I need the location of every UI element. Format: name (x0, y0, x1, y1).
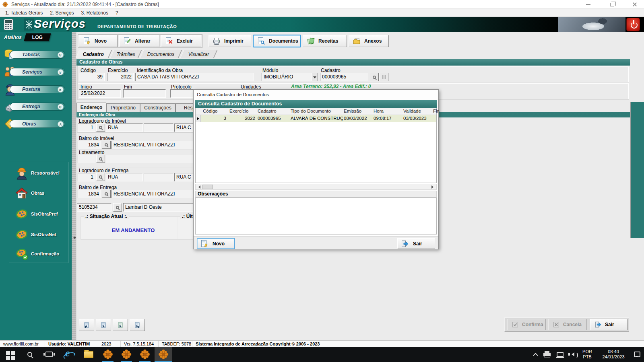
explorer-button[interactable] (80, 347, 97, 362)
sair-button[interactable]: Sair (590, 319, 628, 330)
sidebar-tab-atalhos[interactable]: Atalhos (4, 35, 22, 40)
scroll-left-icon[interactable] (196, 184, 202, 189)
sidebar-item-confirmacao[interactable]: Confirmação (31, 251, 59, 256)
municipio-codigo-field[interactable]: 5105234 (77, 203, 111, 212)
taskbar-search-button[interactable] (21, 347, 39, 362)
subtab-construcoes[interactable]: Construções (140, 103, 175, 112)
splitter-arrows-icon[interactable] (72, 236, 76, 240)
scroll-right-icon[interactable] (430, 184, 436, 189)
receitas-button[interactable]: Receitas (303, 35, 347, 47)
identificacao-field[interactable]: CASA DA TAIS VITTORAZZI (135, 73, 254, 81)
chevron-down-icon[interactable] (58, 104, 64, 110)
fiorilli-app-2-button[interactable] (118, 347, 135, 362)
tray-network[interactable] (554, 347, 566, 362)
subtab-endereco[interactable]: Endereço (76, 103, 106, 112)
sidebar-tab-log[interactable]: LOG (24, 33, 51, 41)
documents-grid[interactable]: Código Exercício Cadastro Tipo do Docume… (195, 108, 437, 183)
record-first-button[interactable] (79, 319, 94, 331)
col-codigo[interactable]: Código (203, 109, 217, 113)
municipio-nome-field[interactable]: Lambari D Oeste (123, 203, 194, 212)
sidebar-item-responsavel[interactable]: Responsável (31, 171, 60, 175)
fim-field[interactable] (123, 89, 166, 98)
col-fin[interactable]: Fin (433, 109, 440, 113)
dialog-sair-button[interactable]: Sair (397, 238, 435, 249)
loteamento-search-button[interactable] (96, 155, 105, 163)
menu-tabelas-gerais[interactable]: 1. Tabelas Gerais (2, 9, 46, 16)
record-next-button[interactable] (113, 319, 128, 331)
sidebar-item-entrega[interactable]: Entrega (10, 103, 65, 111)
tab-documentos[interactable]: Documentos (140, 50, 182, 58)
record-prev-button[interactable] (96, 319, 111, 331)
fiorilli-app-3-button[interactable] (136, 347, 154, 362)
cadastro-goto-button[interactable] (380, 73, 388, 81)
scrollbar-thumb[interactable] (202, 185, 213, 189)
logradouro-entrega-titulo-field[interactable] (144, 173, 173, 181)
dialog-titlebar[interactable]: Consulta Cadastro de Documentos (194, 90, 438, 99)
col-tipo[interactable]: Tipo do Documento (291, 109, 331, 113)
col-emissao[interactable]: Emissão (344, 109, 361, 113)
tray-expand-button[interactable] (530, 347, 541, 362)
subtab-proprietario[interactable]: Proprietário (106, 103, 140, 112)
notification-center-button[interactable] (631, 347, 643, 362)
chevron-up-icon[interactable] (58, 121, 64, 127)
menu-servicos[interactable]: 2. Serviços (46, 9, 77, 16)
bairro-entrega-codigo-field[interactable]: 1834 (78, 190, 101, 198)
cadastro-field[interactable]: 000003965 (320, 73, 368, 81)
clock[interactable]: 08:4024/01/2023 (597, 347, 630, 362)
novo-button[interactable]: Novo (79, 35, 118, 47)
grid-hscrollbar[interactable] (195, 184, 437, 190)
observacoes-textarea[interactable] (195, 197, 437, 234)
col-validade[interactable]: Validade (403, 109, 421, 113)
chevron-down-icon[interactable] (58, 86, 64, 93)
tab-visualizar[interactable]: Visualizar (180, 50, 217, 58)
cadastro-search-button[interactable] (370, 73, 379, 81)
power-icon[interactable] (626, 18, 640, 31)
col-exercicio[interactable]: Exercício (229, 109, 248, 113)
inicio-field[interactable]: 25/02/2022 (79, 89, 121, 98)
chevron-down-icon[interactable] (58, 52, 64, 58)
record-last-button[interactable] (130, 319, 145, 331)
modulo-dropdown-arrow-icon[interactable] (311, 73, 318, 81)
ie-button[interactable] (60, 347, 77, 362)
language-indicator[interactable]: PORPTB (579, 347, 596, 362)
minimize-icon[interactable] (579, 0, 597, 9)
fiorilli-app-active-button[interactable] (155, 347, 172, 362)
tray-volume[interactable] (566, 347, 578, 362)
codigo-field[interactable]: 39 (79, 73, 105, 81)
logradouro-imovel-titulo-field[interactable] (144, 123, 173, 132)
start-button[interactable] (2, 347, 19, 362)
splitter-handle[interactable] (72, 32, 76, 340)
dialog-novo-button[interactable]: Novo (197, 238, 235, 249)
excluir-button[interactable]: Excluir (161, 35, 201, 47)
logradouro-imovel-search-button[interactable] (96, 123, 105, 132)
alterar-button[interactable]: Alterar (119, 35, 159, 47)
col-hora[interactable]: Hora (374, 109, 384, 113)
modulo-select[interactable]: IMOBILIÁRIO (262, 73, 318, 81)
sidebar-item-tabelas[interactable]: Tabelas (10, 51, 65, 59)
col-cadastro[interactable]: Cadastro (258, 109, 277, 113)
exercicio-field[interactable]: 2022 (107, 73, 134, 81)
sidebar-item-obras[interactable]: Obras (10, 120, 65, 128)
logradouro-imovel-tipo-field[interactable]: RUA (106, 123, 143, 132)
tray-printer[interactable] (541, 347, 553, 362)
task-view-button[interactable] (40, 347, 58, 362)
municipio-search-button[interactable] (113, 203, 122, 212)
restore-icon[interactable] (603, 0, 621, 9)
tab-cadastro[interactable]: Cadastro (75, 50, 112, 58)
menu-relatorios[interactable]: 3. Relatórios (78, 9, 112, 16)
logradouro-entrega-search-button[interactable] (96, 173, 105, 181)
logradouro-entrega-codigo-field[interactable]: 1 (78, 173, 95, 181)
confirma-button[interactable]: Confirma (507, 319, 546, 330)
loteamento-codigo-field[interactable] (78, 155, 95, 163)
fiorilli-app-1-button[interactable] (99, 347, 117, 362)
sidebar-item-servicos[interactable]: Serviços (10, 68, 65, 76)
anexos-button[interactable]: Anexos (349, 35, 389, 47)
logradouro-entrega-tipo-field[interactable]: RUA (106, 173, 143, 181)
sidebar-item-sisobranet[interactable]: SisObraNet (31, 232, 56, 237)
tab-tramites[interactable]: Trâmites (110, 50, 142, 58)
menu-help[interactable]: ? (112, 9, 122, 16)
table-row[interactable]: 3 2022 000003965 ALVARÁ DE CONSTRUÇ 08/0… (201, 115, 436, 122)
chevron-down-icon[interactable] (58, 69, 64, 75)
sidebar-item-postura[interactable]: Postura (10, 85, 65, 93)
sidebar-item-obras-sub[interactable]: Obras (31, 191, 44, 195)
